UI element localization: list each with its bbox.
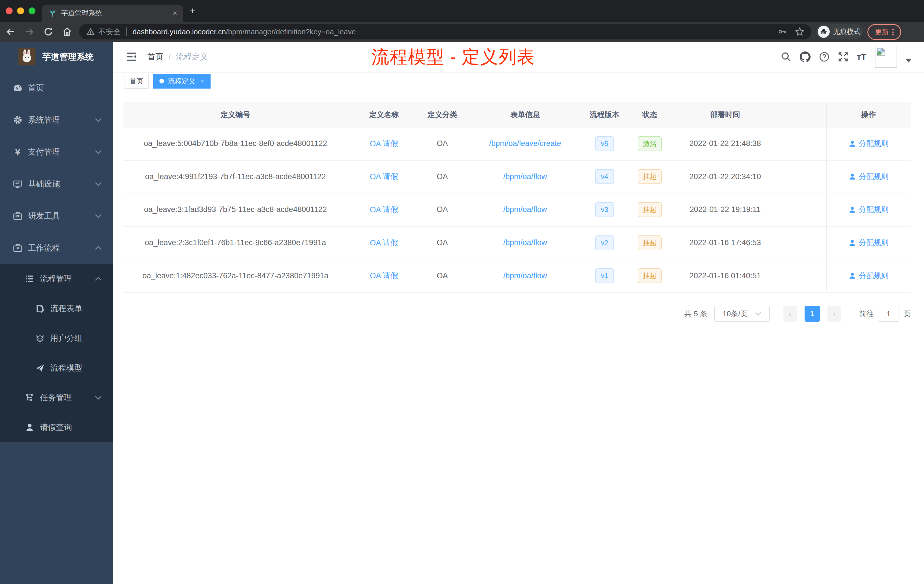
sidebar-logo[interactable]: 芋道管理系统: [0, 42, 113, 72]
column-header: 流程版本: [586, 110, 623, 120]
assign-rule-button[interactable]: 分配规则: [848, 271, 889, 281]
tab-close-icon[interactable]: ×: [173, 10, 177, 17]
form-link[interactable]: /bpm/oa/flow: [503, 205, 547, 214]
dashboard-icon: [13, 83, 23, 93]
new-tab-button[interactable]: +: [190, 5, 195, 16]
sidebar-toggle-icon[interactable]: [127, 53, 137, 61]
avatar[interactable]: [875, 46, 897, 68]
definition-name-link[interactable]: OA 请假: [370, 205, 398, 215]
goto-page-input[interactable]: 1: [878, 306, 899, 322]
tag-process-definition[interactable]: 流程定义 ×: [153, 74, 211, 89]
key-icon[interactable]: [778, 27, 787, 36]
sidebar-item-process-mgmt[interactable]: 流程管理: [0, 264, 113, 294]
sidebar-item-label: 流程模型: [50, 363, 113, 373]
definition-name-link[interactable]: OA 请假: [370, 139, 398, 149]
column-header: 定义分类: [421, 110, 464, 120]
sidebar-item-payment[interactable]: ¥ 支付管理: [0, 136, 113, 168]
user-icon: [848, 206, 856, 213]
forward-icon[interactable]: [24, 26, 35, 37]
browser-menu-icon[interactable]: [892, 29, 894, 35]
back-icon[interactable]: [5, 26, 16, 37]
github-icon[interactable]: [800, 51, 810, 62]
column-header: 定义编号: [124, 110, 347, 120]
chevron-down-icon: [95, 150, 102, 154]
help-icon[interactable]: [819, 52, 830, 62]
definition-category: OA: [421, 139, 464, 148]
fullscreen-icon[interactable]: [838, 52, 848, 62]
yen-icon: ¥: [13, 147, 23, 157]
definition-category: OA: [421, 238, 464, 247]
tags-bar: 首页 流程定义 ×: [113, 73, 924, 90]
sidebar-item-label: 首页: [28, 82, 113, 93]
definition-name-link[interactable]: OA 请假: [370, 172, 398, 182]
active-tag-dot: [159, 79, 164, 83]
user-icon: [848, 173, 856, 180]
bookmark-star-icon[interactable]: [795, 27, 805, 36]
definition-table: 定义编号 定义名称 定义分类 表单信息 流程版本 状态 部署时间 操作 oa_l…: [124, 102, 911, 290]
sidebar-item-leave-query[interactable]: 请假查询: [0, 412, 113, 442]
url-domain: dashboard.yudao.iocoder.cn: [132, 27, 226, 36]
page-size-select[interactable]: 10条/页: [714, 306, 770, 322]
current-page-button[interactable]: 1: [805, 306, 820, 322]
security-label[interactable]: 不安全: [98, 27, 120, 37]
definition-id: oa_leave:2:3c1f0ef1-76b1-11ec-9c66-a2380…: [124, 238, 347, 247]
user-icon: [848, 140, 856, 147]
update-button[interactable]: 更新: [868, 24, 901, 40]
search-icon[interactable]: [781, 52, 791, 62]
form-link[interactable]: /bpm/oa/flow: [503, 172, 547, 181]
font-size-icon[interactable]: ᴛT: [857, 53, 866, 61]
prev-page-button[interactable]: ‹: [784, 306, 797, 322]
column-header: 操作: [826, 110, 911, 120]
workflow-submenu: 流程管理 流程表单 用户分组 流程模型 任务管理 请假查询: [0, 264, 113, 442]
status-badge: 激活: [638, 136, 662, 151]
form-link[interactable]: /bpm/oa/leave/create: [489, 139, 561, 148]
sidebar-item-home[interactable]: 首页: [0, 72, 113, 104]
chevron-up-icon: [95, 277, 102, 281]
form-link[interactable]: /bpm/oa/flow: [503, 271, 547, 280]
table-row: oa_leave:3:1fad3d93-7b75-11ec-a3c8-acde4…: [124, 193, 911, 226]
tag-home[interactable]: 首页: [125, 74, 148, 89]
app-title: 芋道管理系统: [42, 51, 94, 63]
assign-rule-button[interactable]: 分配规则: [848, 139, 889, 148]
sidebar-item-process-model[interactable]: 流程模型: [0, 353, 113, 383]
navbar-actions: ᴛT: [781, 42, 911, 72]
status-badge: 挂起: [638, 236, 662, 250]
sidebar: 芋道管理系统 首页 系统管理 ¥ 支付管理 基础设施 研发工具 工作流程 流程管…: [0, 42, 113, 584]
goto-suffix-label: 页: [903, 309, 911, 319]
window-close-button[interactable]: [6, 7, 13, 14]
deploy-time: 2022-01-22 19:19:11: [676, 205, 774, 214]
sidebar-item-user-group[interactable]: 用户分组: [0, 323, 113, 353]
reload-icon[interactable]: [43, 26, 54, 37]
home-icon[interactable]: [62, 26, 73, 37]
sidebar-item-label: 支付管理: [28, 147, 95, 157]
goto-label: 前往: [859, 309, 874, 319]
window-minimize-button[interactable]: [17, 7, 24, 14]
sidebar-item-workflow[interactable]: 工作流程: [0, 232, 113, 264]
navbar: 首页 / 流程定义 流程模型 - 定义列表 ᴛT: [113, 42, 924, 73]
window-zoom-button[interactable]: [28, 7, 35, 14]
form-link[interactable]: /bpm/oa/flow: [503, 238, 547, 247]
definition-name-link[interactable]: OA 请假: [370, 238, 398, 248]
pagination: 共 5 条 10条/页 ‹ 1 › 前往 1 页: [684, 306, 911, 322]
breadcrumb-current: 流程定义: [176, 51, 208, 62]
column-header: 定义名称: [347, 110, 421, 120]
assign-rule-button[interactable]: 分配规则: [848, 172, 889, 182]
avatar-dropdown-caret-icon[interactable]: [906, 59, 911, 63]
omnibox-divider: [126, 27, 127, 36]
breadcrumb-home[interactable]: 首页: [147, 51, 163, 62]
browser-tab[interactable]: 芋道管理系统 ×: [42, 5, 183, 22]
address-bar[interactable]: 不安全 dashboard.yudao.iocoder.cn/bpm/manag…: [79, 24, 812, 40]
sidebar-item-task-mgmt[interactable]: 任务管理: [0, 383, 113, 412]
sidebar-item-system[interactable]: 系统管理: [0, 104, 113, 136]
assign-rule-button[interactable]: 分配规则: [848, 205, 889, 214]
sidebar-item-devtools[interactable]: 研发工具: [0, 200, 113, 232]
sidebar-item-infra[interactable]: 基础设施: [0, 168, 113, 200]
definition-name-link[interactable]: OA 请假: [370, 271, 398, 281]
next-page-button[interactable]: ›: [827, 306, 841, 322]
sidebar-item-process-form[interactable]: 流程表单: [0, 294, 113, 323]
status-badge: 挂起: [638, 268, 662, 283]
tag-close-icon[interactable]: ×: [201, 78, 204, 85]
assign-rule-button[interactable]: 分配规则: [848, 238, 889, 248]
warning-icon: [86, 27, 95, 36]
definition-id: oa_leave:1:482ec033-762a-11ec-8477-a2380…: [124, 271, 347, 280]
